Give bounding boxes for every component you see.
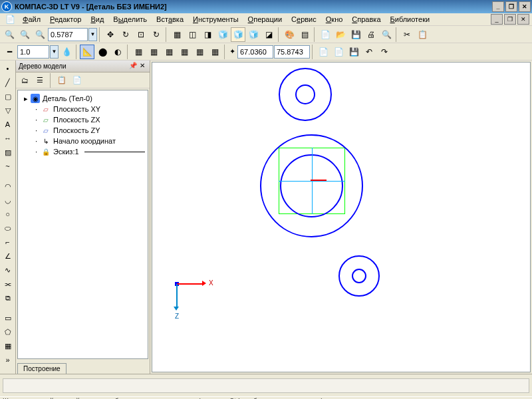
preview-icon[interactable]: 🔍 (379, 27, 394, 42)
tree-tool2-icon[interactable]: ☰ (33, 74, 47, 87)
vdim-icon[interactable]: ↔ (1, 132, 15, 145)
tree-body[interactable]: ▸ ◉ Деталь (Тел-0) ·▱ Плоскость XY ·▱ Пл… (17, 90, 148, 359)
mdi-restore-button[interactable]: ❐ (504, 14, 516, 25)
vtext-icon[interactable]: A (1, 118, 15, 131)
zoom-input[interactable] (48, 28, 88, 41)
tree-root[interactable]: ▸ ◉ Деталь (Тел-0) (21, 93, 145, 104)
vpoly-icon[interactable]: ⬠ (1, 325, 15, 338)
save-icon[interactable]: 💾 (348, 27, 363, 42)
menu-help[interactable]: Справка (348, 14, 384, 25)
vangle-icon[interactable]: ∠ (1, 249, 15, 263)
new-icon[interactable]: 📄 (318, 27, 332, 42)
coord-label: ✦ (228, 47, 237, 56)
mdi-minimize-button[interactable]: _ (491, 14, 503, 25)
tree-item-zy[interactable]: ·▱ Плоскость ZY (21, 125, 145, 136)
hidden-icon[interactable]: ◫ (185, 27, 200, 42)
redo-icon[interactable]: ↷ (377, 45, 392, 59)
undo-icon[interactable]: ↶ (362, 45, 376, 59)
vchain-icon[interactable]: ⫘ (1, 277, 15, 291)
vrect-icon[interactable]: ▭ (1, 311, 15, 325)
snap-end-icon[interactable]: ⬤ (95, 45, 110, 59)
close-button[interactable]: ✕ (519, 1, 531, 12)
menu-operations[interactable]: Операции (244, 14, 286, 25)
menu-view[interactable]: Вид (86, 14, 108, 25)
tree-tool1-icon[interactable]: 🗂 (18, 74, 31, 87)
app-menu-icon[interactable]: 📄 (3, 12, 17, 27)
vcircle-icon[interactable]: ○ (1, 207, 15, 221)
drawing-canvas[interactable]: X Z (152, 62, 531, 372)
vexpand-icon[interactable]: » (1, 353, 15, 366)
copy-icon[interactable]: 📋 (415, 27, 430, 42)
vsquare-icon[interactable]: ▢ (1, 90, 15, 103)
varc2-icon[interactable]: ◡ (1, 194, 15, 207)
tree-item-xy[interactable]: ·▱ Плоскость XY (21, 104, 145, 114)
vhatch-icon[interactable]: ▦ (1, 339, 15, 352)
zoom-in-icon[interactable]: 🔍 (2, 27, 17, 42)
print-icon[interactable]: 🖨 (364, 27, 378, 42)
menu-service[interactable]: Сервис (287, 14, 321, 25)
vspline-icon[interactable]: ∿ (1, 263, 15, 277)
minimize-button[interactable]: _ (492, 1, 504, 12)
varc1-icon[interactable]: ◠ (1, 180, 15, 193)
color-icon[interactable]: 🎨 (282, 27, 297, 42)
tree-close-icon[interactable]: ✕ (138, 62, 147, 71)
cut-icon[interactable]: ✂ (400, 27, 414, 42)
zoom-window-icon[interactable]: 🔍 (33, 27, 47, 42)
tree-item-zx[interactable]: ·▱ Плоскость ZX (21, 114, 145, 125)
menu-insert[interactable]: Вставка (152, 14, 188, 25)
scale-input[interactable] (17, 45, 49, 59)
tree-tool3-icon[interactable]: 📋 (55, 74, 68, 87)
tree-tool4-icon[interactable]: 📄 (70, 74, 84, 87)
vline-icon[interactable]: ╱ (1, 76, 15, 89)
vfill-icon[interactable]: ▨ (1, 146, 15, 159)
vcurve-icon[interactable]: ~ (1, 160, 15, 173)
cube3-icon[interactable]: 🧊 (246, 27, 261, 42)
scale-dropdown[interactable]: ▼ (50, 45, 59, 59)
menu-file[interactable]: Файл (19, 14, 45, 25)
perspective-icon[interactable]: ◪ (261, 27, 276, 42)
doc2-icon[interactable]: 📄 (331, 45, 346, 59)
vtriangle-icon[interactable]: ▽ (1, 104, 15, 117)
shade-icon[interactable]: ◨ (200, 27, 215, 42)
vpoint-icon[interactable]: • (1, 62, 15, 75)
pin-icon[interactable]: 📌 (128, 62, 138, 71)
grid4-icon[interactable]: ▦ (177, 45, 192, 59)
savedoc-icon[interactable]: 💾 (346, 45, 361, 59)
vellipse-icon[interactable]: ⬭ (1, 221, 15, 235)
menu-tools[interactable]: Инструменты (189, 14, 243, 25)
cube2-icon[interactable]: 🧊 (231, 27, 245, 42)
snap-mid-icon[interactable]: ◐ (110, 45, 125, 59)
maximize-button[interactable]: ❐ (505, 1, 517, 12)
ortho-icon[interactable]: 📐 (80, 45, 94, 59)
vmirror-icon[interactable]: ⧉ (1, 291, 15, 305)
grid6-icon[interactable]: ▦ (207, 45, 222, 59)
line-style-icon[interactable]: ━ (2, 45, 17, 59)
tree-tab-build[interactable]: Построение (17, 363, 66, 374)
grid5-icon[interactable]: ▦ (192, 45, 207, 59)
open-icon[interactable]: 📂 (333, 27, 348, 42)
grid2-icon[interactable]: ▦ (146, 45, 161, 59)
coord-x-input[interactable] (237, 45, 273, 59)
tree-item-sketch[interactable]: ·🔒 Эскиз:1 (21, 146, 145, 157)
layers-icon[interactable]: ▤ (297, 27, 312, 42)
doc1-icon[interactable]: 📄 (316, 45, 331, 59)
zoom-dropdown[interactable]: ▼ (88, 28, 97, 41)
zoom-out-icon[interactable]: 🔍 (17, 27, 32, 42)
menu-libraries[interactable]: Библиотеки (386, 14, 434, 25)
cube1-icon[interactable]: 🧊 (215, 27, 230, 42)
pan-icon[interactable]: ✥ (103, 27, 118, 42)
grid3-icon[interactable]: ▦ (162, 45, 176, 59)
wireframe-icon[interactable]: ▦ (170, 27, 184, 42)
refresh-icon[interactable]: ↻ (149, 27, 164, 42)
menu-window[interactable]: Окно (322, 14, 347, 25)
rotate-icon[interactable]: ↻ (118, 27, 133, 42)
vcorner-icon[interactable]: ⌐ (1, 235, 15, 249)
menu-select[interactable]: Выделить (109, 14, 151, 25)
eyedrop-icon[interactable]: 💧 (59, 45, 74, 59)
coord-y-input[interactable] (274, 45, 310, 59)
tree-item-origin[interactable]: ·↳ Начало координат (21, 136, 145, 146)
menu-editor[interactable]: Редактор (46, 14, 85, 25)
mdi-close-button[interactable]: ✕ (517, 14, 529, 25)
grid-icon[interactable]: ▦ (131, 45, 146, 59)
fit-icon[interactable]: ⊡ (134, 27, 148, 42)
